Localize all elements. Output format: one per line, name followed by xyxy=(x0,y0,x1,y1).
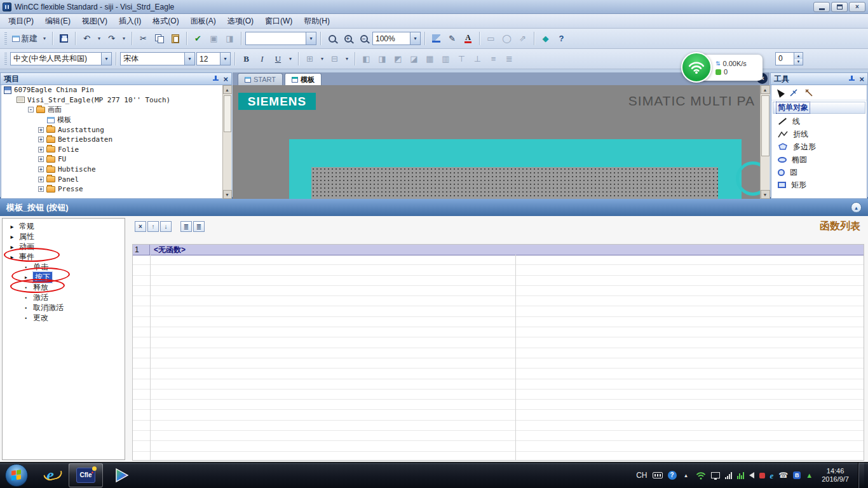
align-right-button[interactable]: ◨ xyxy=(375,51,390,66)
same-width-button[interactable]: ⊤ xyxy=(454,51,469,66)
tree-item-project-root[interactable]: 6079Eagle China Pin xyxy=(1,85,231,95)
scroll-up-icon[interactable]: ▲ xyxy=(761,85,770,94)
nav-event-press[interactable]: ▸按下 xyxy=(3,272,125,282)
scroll-down-icon[interactable]: ▼ xyxy=(761,190,770,199)
cut-button[interactable]: ✂ xyxy=(136,31,151,46)
empty-function-row[interactable] xyxy=(133,410,864,420)
phone-icon[interactable]: ☎ xyxy=(778,471,788,480)
tab-start[interactable]: START xyxy=(238,73,283,85)
expander-icon[interactable]: + xyxy=(38,137,44,142)
arrow-style-button[interactable]: ⇗ xyxy=(515,31,530,46)
tree-item-presse[interactable]: +Presse xyxy=(1,184,231,194)
tree-item-betriebsdaten[interactable]: +Betriebsdaten xyxy=(1,135,231,145)
toolbar-icon-2[interactable]: ◨ xyxy=(222,31,237,46)
nav-event-activate[interactable]: ▪激活 xyxy=(3,292,125,302)
align-left-button[interactable]: ◧ xyxy=(359,51,374,66)
browser-tray-icon[interactable]: e xyxy=(770,471,774,480)
layout-icon-1[interactable]: ⊞ xyxy=(302,51,317,66)
empty-function-row[interactable] xyxy=(133,255,864,265)
tree-item-template[interactable]: 模板 xyxy=(1,115,231,125)
show-desktop-button[interactable] xyxy=(858,463,864,488)
font-style-dropdown[interactable]: ▾ xyxy=(287,51,294,66)
tag-button[interactable]: ◆ xyxy=(538,31,553,46)
zoom-select-button[interactable] xyxy=(325,31,339,46)
spin-down-icon[interactable]: ▼ xyxy=(794,59,803,65)
empty-function-row[interactable] xyxy=(133,390,864,400)
layout-dropdown-2[interactable]: ▾ xyxy=(343,51,351,66)
italic-button[interactable]: I xyxy=(255,51,269,66)
font-size-combobox[interactable]: 12 ▾ xyxy=(196,52,231,65)
tool-polyline[interactable]: 折线 xyxy=(771,128,867,140)
expander-icon[interactable]: - xyxy=(28,107,34,112)
nav-animations[interactable]: ▸动画 xyxy=(3,241,125,252)
bold-button[interactable]: B xyxy=(239,51,254,66)
move-up-button[interactable]: ↑ xyxy=(147,221,159,232)
empty-function-row[interactable] xyxy=(133,421,864,431)
tab-template[interactable]: 模板 xyxy=(285,73,322,85)
paste-button[interactable] xyxy=(168,31,182,46)
distribute-v-button[interactable]: ▥ xyxy=(438,51,453,66)
scroll-thumb[interactable] xyxy=(224,95,231,132)
expander-icon[interactable]: + xyxy=(38,166,44,172)
function-list-table[interactable]: 1 <无函数> xyxy=(132,244,864,461)
language-combobox[interactable]: 中文(中华人民共和国) ▾ xyxy=(10,52,112,65)
tool-ellipse[interactable]: 椭圆 xyxy=(771,153,867,166)
font-combobox[interactable]: 宋体 ▾ xyxy=(120,52,195,65)
close-button[interactable]: × xyxy=(849,2,865,12)
hammer-icon[interactable] xyxy=(804,88,813,97)
shape-circle-button[interactable]: ◯ xyxy=(499,31,514,46)
zoom-combobox[interactable]: 100% ▾ xyxy=(372,32,421,45)
taskbar-ie-button[interactable]: e xyxy=(33,463,67,487)
expander-icon[interactable]: + xyxy=(38,147,44,152)
collapse-list-button[interactable]: ≣ xyxy=(193,221,205,232)
editor-scrollbar[interactable]: ▲ ▼ xyxy=(760,85,770,199)
distribute-h-button[interactable]: ▦ xyxy=(423,51,437,66)
align-bottom-button[interactable]: ◪ xyxy=(407,51,421,66)
new-button[interactable]: 新建 xyxy=(10,31,39,46)
spin-up-icon[interactable]: ▲ xyxy=(794,53,803,59)
nav-event-deactivate[interactable]: ▪取消激活 xyxy=(3,302,125,313)
alert-icon[interactable] xyxy=(759,473,765,478)
font-color-button[interactable]: A xyxy=(461,31,475,46)
ime-help-icon[interactable]: ? xyxy=(668,471,677,480)
new-dropdown[interactable]: ▾ xyxy=(41,31,48,46)
scroll-up-icon[interactable]: ▲ xyxy=(223,85,232,94)
move-down-button[interactable]: ↓ xyxy=(160,221,172,232)
tree-item-screens-folder[interactable]: -画面 xyxy=(1,105,231,115)
tray-clock[interactable]: 14:46 2016/9/7 xyxy=(818,467,853,484)
zoom-in-button[interactable]: + xyxy=(341,31,355,46)
expander-icon[interactable]: + xyxy=(38,156,44,162)
nav-general[interactable]: ▸常规 xyxy=(3,221,125,231)
editor-canvas[interactable]: SIEMENS SIMATIC MULTI PA xyxy=(233,85,760,199)
shape-rect-button[interactable]: ▭ xyxy=(484,31,498,46)
empty-function-row[interactable] xyxy=(133,452,864,461)
collapse-pane-icon[interactable]: ▴ xyxy=(851,202,862,213)
nav-properties[interactable]: ▸属性 xyxy=(3,231,125,241)
tray-expand-icon[interactable]: ▴ xyxy=(682,472,691,478)
menu-format[interactable]: 格式(O) xyxy=(147,14,184,29)
delete-function-button[interactable]: × xyxy=(135,221,146,232)
empty-function-row[interactable] xyxy=(133,348,864,358)
signal-icon[interactable] xyxy=(725,472,732,479)
help-button[interactable]: ? xyxy=(554,31,569,46)
menu-help[interactable]: 帮助(H) xyxy=(298,14,336,29)
copy-button[interactable] xyxy=(152,31,166,46)
undo-dropdown[interactable]: ▾ xyxy=(95,31,103,46)
empty-function-row[interactable] xyxy=(133,306,864,316)
redo-button[interactable]: ↷ xyxy=(104,31,119,46)
undo-button[interactable]: ↶ xyxy=(79,31,94,46)
fill-color-button[interactable] xyxy=(429,31,444,46)
taskbar-media-button[interactable] xyxy=(104,463,139,487)
tree-item-panel[interactable]: +Panel xyxy=(1,174,231,184)
tree-item-ausstattung[interactable]: +Ausstattung xyxy=(1,125,231,135)
send-back-button[interactable]: ≣ xyxy=(502,51,517,66)
pin-icon[interactable] xyxy=(848,75,855,83)
empty-function-row[interactable] xyxy=(133,327,864,337)
menu-faceplates[interactable]: 面板(A) xyxy=(185,14,222,29)
empty-function-row[interactable] xyxy=(133,337,864,348)
function-row-selected[interactable]: 1 <无函数> xyxy=(133,245,864,255)
tools-panel-close-icon[interactable]: × xyxy=(859,74,864,84)
rotation-spinner[interactable]: 0 ▲▼ xyxy=(775,52,803,65)
simple-objects-section[interactable]: 简单对象 xyxy=(773,102,865,114)
activity-icon[interactable] xyxy=(737,472,744,479)
